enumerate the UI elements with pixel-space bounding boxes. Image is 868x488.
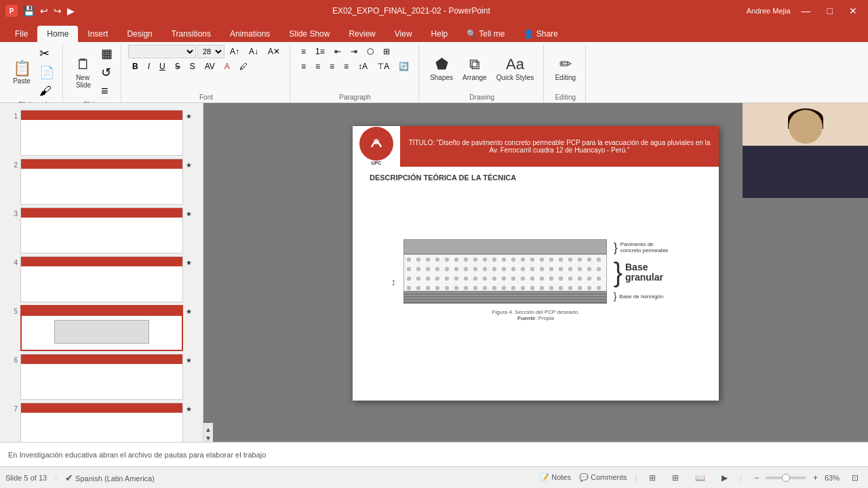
reset-btn[interactable]: ↺	[98, 64, 115, 81]
slide-thumb-5[interactable]	[20, 305, 183, 351]
shapes-btn[interactable]: ⬟ Shapes	[426, 54, 457, 82]
slide-thumb-7[interactable]	[20, 403, 183, 442]
tab-home[interactable]: Home	[37, 26, 78, 42]
decrease-indent-btn[interactable]: ⇤	[330, 45, 345, 58]
slide-thumb-1[interactable]	[20, 110, 183, 156]
slide-item-5[interactable]: 5★	[3, 304, 200, 352]
quick-styles-btn[interactable]: Aa Quick Styles	[492, 54, 538, 82]
maximize-btn[interactable]: □	[822, 4, 838, 18]
columns-btn[interactable]: ⊞	[379, 45, 394, 58]
undo-btn[interactable]: ↩	[39, 4, 50, 18]
canvas-right-bar: ▲ ▼	[203, 423, 213, 442]
layout-btn[interactable]: ▦	[98, 45, 115, 62]
label-row-2: } Base granular	[614, 259, 669, 286]
cursor-icon: ↕	[391, 277, 396, 287]
tab-design[interactable]: Design	[117, 26, 161, 42]
tab-insert[interactable]: Insert	[78, 26, 117, 42]
redo-btn[interactable]: ↪	[52, 4, 63, 18]
numbering-btn[interactable]: 1≡	[311, 45, 329, 58]
section-btn[interactable]: ≡	[98, 83, 115, 100]
clear-format-btn[interactable]: A✕	[264, 45, 284, 58]
minimize-btn[interactable]: —	[796, 4, 816, 18]
font-size-select[interactable]: 28	[197, 45, 224, 58]
normal-view-btn[interactable]: ⊞	[645, 471, 660, 485]
tab-help[interactable]: Help	[422, 26, 458, 42]
paste-btn[interactable]: 📋 Paste	[8, 58, 35, 86]
close-btn[interactable]: ✕	[844, 4, 863, 18]
figure-caption: Figura 4. Sección del PCP deseado.	[492, 309, 580, 315]
slide-thumb-2[interactable]	[20, 159, 183, 205]
slide-info: Slide 5 of 13	[5, 474, 47, 482]
slide-item-3[interactable]: 3★	[3, 206, 200, 255]
slide-thumb-6[interactable]	[20, 354, 183, 400]
slide-item-7[interactable]: 7★	[3, 401, 200, 442]
new-slide-icon: 🗒	[76, 56, 91, 73]
tab-review[interactable]: Review	[339, 26, 384, 42]
shadow-btn[interactable]: S	[186, 60, 199, 73]
bold-btn[interactable]: B	[128, 60, 142, 73]
slide-sorter-btn[interactable]: ⊞	[668, 471, 683, 485]
justify-btn[interactable]: ≡	[340, 60, 353, 73]
slideshow-btn[interactable]: ▶	[717, 471, 732, 485]
align-text-btn[interactable]: ⊤A	[373, 60, 393, 73]
bullets-btn[interactable]: ≡	[297, 45, 310, 58]
reading-view-btn[interactable]: 📖	[691, 471, 709, 485]
slide-num-1: 1	[4, 110, 18, 120]
highlight-btn[interactable]: 🖊	[235, 60, 252, 73]
slide-item-2[interactable]: 2★	[3, 157, 200, 206]
slide-star-6: ★	[186, 357, 192, 364]
align-left-btn[interactable]: ≡	[297, 60, 310, 73]
spell-icon[interactable]: ✔	[65, 472, 73, 483]
smartart-btn[interactable]: ⬡	[363, 45, 378, 58]
font-color-btn[interactable]: A	[220, 60, 234, 73]
tab-share[interactable]: 👤 Share	[514, 26, 567, 42]
slide-title-box: TÍTULO: "Diseño de pavimento concreto pe…	[400, 126, 719, 167]
new-slide-btn[interactable]: 🗒 NewSlide	[70, 54, 97, 89]
slide-item-4[interactable]: 4★	[3, 255, 200, 304]
increase-indent-btn[interactable]: ⇥	[347, 45, 361, 58]
slide-canvas[interactable]: UPC TÍTULO: "Diseño de pavimento concret…	[353, 126, 719, 401]
format-painter-btn[interactable]: 🖌	[37, 83, 57, 100]
slide-thumb-3[interactable]	[20, 207, 183, 253]
tab-file[interactable]: File	[5, 26, 37, 42]
slide-item-1[interactable]: 1★	[3, 108, 200, 157]
scroll-down-arrow[interactable]: ▼	[205, 434, 212, 442]
tab-slideshow[interactable]: Slide Show	[279, 26, 339, 42]
slide-thumb-4[interactable]	[20, 256, 183, 302]
notes-btn[interactable]: 📝 Notes	[540, 473, 571, 482]
comments-btn[interactable]: 💬 Comments	[579, 473, 627, 482]
quick-styles-icon: Aa	[506, 56, 524, 73]
zoom-out-btn[interactable]: −	[750, 471, 763, 485]
italic-btn[interactable]: I	[144, 60, 154, 73]
char-spacing-btn[interactable]: AV	[201, 60, 219, 73]
align-center-btn[interactable]: ≡	[311, 60, 324, 73]
fit-slide-btn[interactable]: ⊡	[848, 471, 863, 485]
save-btn[interactable]: 💾	[22, 4, 36, 18]
zoom-in-btn[interactable]: +	[809, 471, 822, 485]
slide-item-6[interactable]: 6★	[3, 352, 200, 401]
increase-font-btn[interactable]: A↑	[226, 45, 243, 58]
tab-animations[interactable]: Animations	[220, 26, 279, 42]
present-btn[interactable]: ▶	[66, 4, 76, 18]
tab-tellme[interactable]: 🔍 Tell me	[457, 26, 514, 42]
text-direction-btn[interactable]: ↕A	[354, 60, 372, 73]
scroll-up-arrow[interactable]: ▲	[205, 426, 212, 433]
zoom-slider[interactable]	[766, 476, 806, 479]
cut-btn[interactable]: ✂	[37, 45, 57, 62]
ribbon-group-slides: 🗒 NewSlide ▦ ↺ ≡ Slides	[64, 45, 121, 102]
font-family-select[interactable]	[128, 45, 196, 58]
svg-point-1	[374, 139, 379, 144]
convert-smartart-btn[interactable]: 🔄	[395, 60, 413, 73]
tab-view[interactable]: View	[385, 26, 422, 42]
slide-panel: 1★2★3★4★5★6★7★8★9★10★11★12★	[0, 103, 203, 442]
align-right-btn[interactable]: ≡	[326, 60, 338, 73]
strikethrough-btn[interactable]: S̶	[171, 60, 184, 73]
editing-btn[interactable]: ✏ Editing	[551, 54, 580, 82]
decrease-font-btn[interactable]: A↓	[245, 45, 262, 58]
copy-btn[interactable]: 📄	[37, 64, 57, 81]
tab-transitions[interactable]: Transitions	[162, 26, 220, 42]
underline-btn[interactable]: U	[155, 60, 170, 73]
language-indicator: ✔ Spanish (Latin America)	[65, 472, 155, 483]
arrange-btn[interactable]: ⧉ Arrange	[458, 54, 491, 82]
logo-svg	[366, 134, 387, 154]
